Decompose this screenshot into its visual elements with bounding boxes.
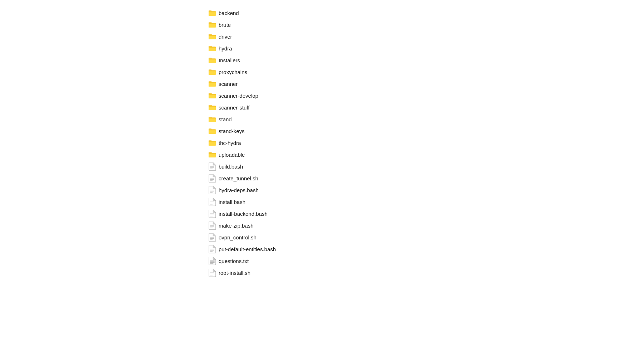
item-name: install-backend.bash [219,211,268,217]
file-icon [209,199,216,206]
item-name: build.bash [219,164,243,170]
item-name: thc-hydra [219,140,241,146]
list-item[interactable]: make-zip.bash [206,220,644,232]
item-name: make-zip.bash [219,223,254,229]
list-item[interactable]: hydra-deps.bash [206,184,644,196]
file-list: backend brute driver hydra Installers pr… [0,0,644,286]
list-item[interactable]: install.bash [206,196,644,208]
file-text-icon [209,258,216,265]
folder-icon [209,151,216,159]
item-name: scanner-develop [219,93,258,99]
list-item[interactable]: build.bash [206,161,644,172]
item-name: questions.txt [219,258,249,264]
list-item[interactable]: thc-hydra [206,137,644,149]
list-item[interactable]: driver [206,31,644,43]
list-item[interactable]: stand-keys [206,125,644,137]
list-item[interactable]: scanner-stuff [206,102,644,113]
list-item[interactable]: create_tunnel.sh [206,172,644,184]
folder-icon [209,140,216,147]
folder-icon [209,92,216,99]
file-icon [209,163,216,170]
list-item[interactable]: scanner-develop [206,90,644,102]
file-icon [209,175,216,182]
item-name: stand [219,116,232,122]
item-name: uploadable [219,152,245,158]
folder-icon [209,81,216,88]
folder-icon [209,116,216,123]
list-item[interactable]: proxychains [206,66,644,78]
folder-icon [209,57,216,64]
item-name: create_tunnel.sh [219,175,258,181]
item-name: stand-keys [219,128,245,134]
item-name: put-default-entities.bash [219,246,276,252]
file-icon [209,187,216,194]
file-icon [209,234,216,241]
folder-icon [209,128,216,135]
list-item[interactable]: install-backend.bash [206,208,644,220]
list-item[interactable]: uploadable [206,149,644,161]
item-name: Installers [219,57,240,63]
item-name: backend [219,10,239,16]
list-item[interactable]: backend [206,7,644,19]
file-icon [209,269,216,277]
file-icon [209,246,216,253]
folder-icon [209,10,216,17]
folder-icon [209,104,216,111]
list-item[interactable]: scanner [206,78,644,90]
item-name: scanner [219,81,238,87]
folder-icon [209,21,216,29]
item-name: ovpn_control.sh [219,234,257,240]
item-name: hydra [219,45,232,52]
file-icon [209,210,216,218]
folder-icon [209,45,216,52]
item-name: root-install.sh [219,270,250,276]
list-item[interactable]: ovpn_control.sh [206,232,644,243]
folder-icon [209,69,216,76]
list-item[interactable]: brute [206,19,644,31]
item-name: proxychains [219,69,247,75]
item-name: brute [219,22,231,28]
list-item[interactable]: stand [206,113,644,125]
list-item[interactable]: put-default-entities.bash [206,243,644,255]
list-item[interactable]: questions.txt [206,255,644,267]
item-name: install.bash [219,199,245,205]
item-name: hydra-deps.bash [219,187,259,193]
list-item[interactable]: Installers [206,54,644,66]
item-name: driver [219,34,232,40]
folder-icon [209,33,216,40]
item-name: scanner-stuff [219,104,249,111]
list-item[interactable]: hydra [206,43,644,54]
file-icon [209,222,216,229]
list-item[interactable]: root-install.sh [206,267,644,279]
